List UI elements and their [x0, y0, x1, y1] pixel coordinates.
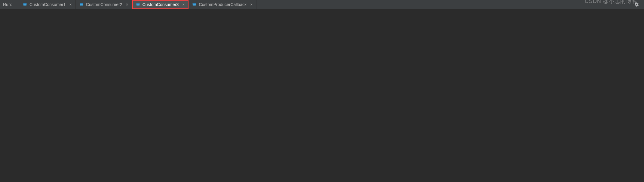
- panel-label: Run:: [0, 0, 19, 9]
- run-config-icon: [23, 2, 27, 7]
- tab-label: CustomConsumer2: [86, 2, 122, 7]
- run-config-icon: [136, 2, 140, 7]
- tab-bar: Run: CustomConsumer1×CustomConsumer2×Cus…: [0, 0, 644, 9]
- tab-customproducercallback[interactable]: CustomProducerCallback×: [189, 0, 256, 9]
- svg-rect-3: [80, 3, 83, 4]
- svg-rect-1: [23, 3, 27, 4]
- close-icon[interactable]: ×: [126, 2, 128, 7]
- tab-customconsumer1[interactable]: CustomConsumer1×: [19, 0, 76, 9]
- run-config-icon: [79, 2, 84, 7]
- tab-customconsumer3[interactable]: CustomConsumer3×: [132, 0, 189, 9]
- close-icon[interactable]: ×: [69, 2, 72, 7]
- tab-label: CustomConsumer1: [29, 2, 66, 7]
- svg-rect-5: [136, 3, 140, 4]
- tab-label: CustomProducerCallback: [199, 2, 247, 7]
- tab-customconsumer2[interactable]: CustomConsumer2×: [76, 0, 132, 9]
- watermark: CSDN @小志的博客: [585, 0, 637, 5]
- svg-rect-7: [193, 3, 196, 4]
- tab-label: CustomConsumer3: [143, 2, 179, 7]
- close-icon[interactable]: ×: [250, 2, 253, 7]
- run-config-icon: [192, 2, 196, 7]
- close-icon[interactable]: ×: [182, 2, 185, 7]
